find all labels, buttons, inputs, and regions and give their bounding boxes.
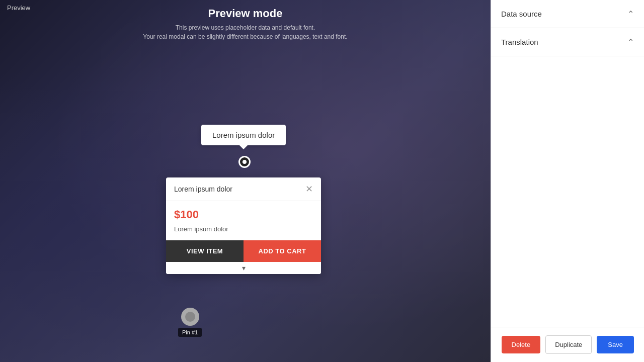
preview-mode-title: Preview mode — [10, 7, 480, 20]
pin-connector-dot — [243, 160, 247, 164]
preview-area: Preview Preview mode This preview uses p… — [0, 0, 491, 362]
pin-marker[interactable]: Pin #1 — [178, 308, 202, 337]
data-source-section: Data source ⌃ — [491, 0, 644, 28]
sidebar: Data source ⌃ Translation ⌃ Delete Dupli… — [491, 0, 644, 362]
sidebar-footer: Delete Duplicate Save — [491, 327, 644, 362]
modal-header: Lorem ipsum dolor ✕ — [166, 177, 321, 201]
pin-label: Pin #1 — [178, 328, 202, 337]
translation-section: Translation ⌃ — [491, 28, 644, 56]
delete-button[interactable]: Delete — [502, 336, 541, 353]
sidebar-content: Data source ⌃ Translation ⌃ — [491, 0, 644, 327]
preview-mode-banner: Preview mode This preview uses placehold… — [0, 0, 491, 46]
modal-actions: VIEW ITEM ADD TO CART — [166, 240, 321, 262]
translation-header[interactable]: Translation ⌃ — [491, 28, 644, 56]
close-icon[interactable]: ✕ — [305, 185, 313, 194]
pin-connector — [238, 156, 251, 168]
tooltip-text: Lorem ipsum dolor — [212, 131, 275, 139]
preview-mode-description: This preview uses placeholder data and d… — [10, 23, 480, 41]
modal-title: Lorem ipsum dolor — [174, 185, 232, 193]
modal-body: $100 Lorem ipsum dolor — [166, 201, 321, 240]
view-item-button[interactable]: VIEW ITEM — [166, 240, 244, 262]
avatar-icon — [185, 312, 195, 322]
modal-description: Lorem ipsum dolor — [174, 225, 313, 233]
duplicate-button[interactable]: Duplicate — [545, 335, 592, 354]
modal-price: $100 — [174, 208, 313, 221]
avatar — [181, 308, 199, 326]
add-to-cart-button[interactable]: ADD TO CART — [244, 240, 321, 262]
translation-label: Translation — [501, 38, 538, 46]
modal-arrow-down: ▾ — [166, 262, 321, 274]
chevron-down-icon-translation: ⌃ — [627, 37, 634, 47]
data-source-label: Data source — [501, 10, 542, 18]
chevron-down-icon: ⌃ — [627, 9, 634, 19]
tooltip-bubble: Lorem ipsum dolor — [201, 125, 286, 145]
data-source-header[interactable]: Data source ⌃ — [491, 0, 644, 28]
modal-card: Lorem ipsum dolor ✕ $100 Lorem ipsum dol… — [166, 177, 321, 274]
save-button[interactable]: Save — [597, 336, 634, 353]
